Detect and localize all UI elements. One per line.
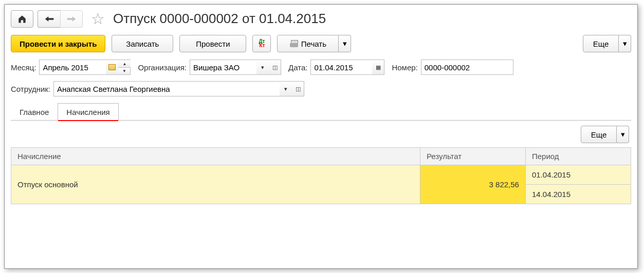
cell-period-from[interactable]: 01.04.2015 — [525, 165, 631, 185]
cell-period-to[interactable]: 14.04.2015 — [525, 185, 631, 204]
employee-input[interactable] — [53, 81, 280, 96]
post-button[interactable]: Провести — [179, 35, 246, 52]
col-accrual: Начисление — [11, 148, 420, 165]
dtkt-icon: ДтКт — [259, 40, 265, 48]
employee-open-button[interactable]: ◫ — [292, 81, 304, 96]
employee-label: Сотрудник: — [11, 85, 50, 93]
month-calendar-button[interactable] — [106, 60, 118, 75]
print-label: Печать — [301, 40, 326, 48]
table-more-button[interactable]: Еще — [581, 126, 617, 143]
toolbar-more-button[interactable]: Еще — [583, 35, 619, 52]
forward-button[interactable] — [60, 10, 83, 28]
month-up-button[interactable]: ▲ — [118, 60, 131, 67]
home-button[interactable] — [11, 10, 33, 28]
org-open-button[interactable]: ◫ — [269, 60, 281, 75]
accruals-table: Начисление Результат Период Отпуск основ… — [11, 147, 631, 204]
arrow-right-icon — [66, 15, 77, 23]
open-icon: ◫ — [272, 64, 278, 71]
chevron-down-icon: ▾ — [623, 39, 627, 48]
toolbar-more-dropdown[interactable]: ▾ — [619, 35, 631, 52]
back-button[interactable] — [38, 10, 60, 28]
page-title: Отпуск 0000-000002 от 01.04.2015 — [113, 11, 326, 27]
number-input[interactable] — [421, 60, 513, 75]
table-row[interactable]: Отпуск основной 3 822,56 01.04.2015 — [11, 165, 631, 185]
col-result: Результат — [420, 148, 525, 165]
chevron-down-icon: ▾ — [261, 64, 264, 71]
tab-main[interactable]: Главное — [11, 103, 58, 121]
chevron-up-icon: ▲ — [122, 62, 126, 66]
post-and-close-button[interactable]: Провести и закрыть — [11, 35, 105, 52]
org-dropdown-button[interactable]: ▾ — [256, 60, 269, 75]
print-dropdown-button[interactable]: ▾ — [339, 35, 351, 52]
date-calendar-button[interactable]: ▦ — [372, 60, 384, 75]
save-button[interactable]: Записать — [112, 35, 173, 52]
chevron-down-icon: ▾ — [621, 130, 625, 139]
cell-accrual-name[interactable]: Отпуск основной — [11, 165, 420, 204]
calendar-icon: ▦ — [376, 64, 381, 71]
col-period: Период — [525, 148, 631, 165]
calendar-icon — [108, 64, 116, 70]
table-more-dropdown[interactable]: ▾ — [617, 126, 629, 143]
org-input[interactable] — [190, 60, 256, 75]
home-icon — [17, 14, 27, 24]
printer-icon — [290, 40, 298, 47]
favorite-star-icon[interactable]: ☆ — [91, 10, 105, 28]
chevron-down-icon: ▾ — [284, 86, 287, 92]
cell-result[interactable]: 3 822,56 — [420, 165, 525, 204]
open-icon: ◫ — [296, 86, 301, 92]
month-label: Месяц: — [11, 63, 36, 72]
tab-accruals[interactable]: Начисления — [58, 103, 118, 121]
chevron-down-icon: ▾ — [343, 39, 347, 48]
chevron-down-icon: ▼ — [122, 69, 126, 73]
number-label: Номер: — [392, 63, 417, 72]
date-input[interactable] — [310, 60, 372, 75]
month-down-button[interactable]: ▼ — [118, 67, 131, 75]
org-label: Организация: — [138, 63, 187, 72]
arrow-left-icon — [44, 15, 54, 23]
month-input[interactable] — [39, 60, 106, 75]
employee-dropdown-button[interactable]: ▾ — [280, 81, 292, 96]
print-button[interactable]: Печать — [277, 35, 339, 52]
dtkt-button[interactable]: ДтКт — [252, 35, 271, 52]
date-label: Дата: — [288, 63, 307, 72]
